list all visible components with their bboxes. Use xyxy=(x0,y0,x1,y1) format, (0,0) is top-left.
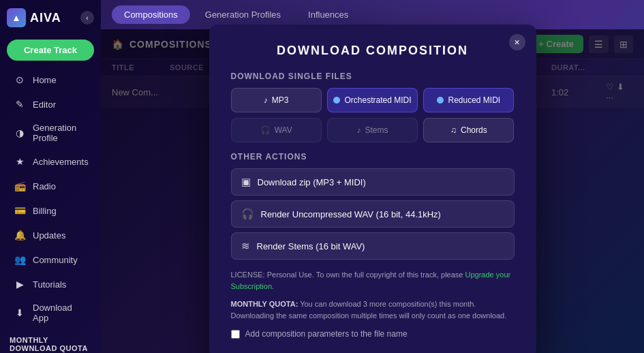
download-modal: × DOWNLOAD COMPOSITION DOWNLOAD SINGLE F… xyxy=(209,25,536,353)
chords-label: Chords xyxy=(461,125,487,135)
download-orchestrated-midi-button[interactable]: Orchestrated MIDI xyxy=(327,88,418,112)
render-stems-label: Render Stems (16 bit WAV) xyxy=(257,241,365,251)
other-actions-section: OTHER ACTIONS ▣ Download zip (MP3 + MIDI… xyxy=(231,152,515,260)
quota-title: MONTHLY DOWNLOAD QUOTA xyxy=(10,336,91,352)
orchestrated-midi-label: Orchestrated MIDI xyxy=(344,95,411,105)
sidebar-item-label: Updates xyxy=(33,230,65,241)
create-track-button[interactable]: Create Track xyxy=(7,40,94,61)
tab-influences[interactable]: Influences xyxy=(296,5,361,24)
mp3-label: MP3 xyxy=(272,95,289,105)
checkbox-label: Add composition parameters to the file n… xyxy=(245,329,408,339)
download-app-icon: ⬇ xyxy=(14,307,26,319)
add-params-checkbox[interactable] xyxy=(231,330,240,339)
sidebar-item-tutorials[interactable]: ▶ Tutorials xyxy=(4,273,97,296)
tab-compositions[interactable]: Compositions xyxy=(112,5,190,24)
sidebar-item-label: Billing xyxy=(33,206,57,216)
sidebar-item-community[interactable]: 👥 Community xyxy=(4,248,97,271)
editor-icon: ✎ xyxy=(14,98,26,110)
generation-profile-icon: ◑ xyxy=(14,127,26,139)
radio-icon: 📻 xyxy=(14,180,26,192)
updates-icon: 🔔 xyxy=(14,229,26,241)
sidebar-item-label: Editor xyxy=(33,99,56,110)
mp3-icon: ♪ xyxy=(264,95,268,105)
checkbox-row: Add composition parameters to the file n… xyxy=(231,329,515,339)
orchestrated-midi-radio xyxy=(333,97,340,104)
render-stems-button[interactable]: ≋ Render Stems (16 bit WAV) xyxy=(231,232,515,260)
sidebar-item-label: Download App xyxy=(33,303,87,323)
quota-bold: MONTHLY QUOTA: xyxy=(231,300,298,308)
achievements-icon: ★ xyxy=(14,155,26,168)
main-content: Compositions Generation Profiles Influen… xyxy=(101,0,644,353)
sidebar-item-radio[interactable]: 📻 Radio xyxy=(4,174,97,198)
section-single-label: DOWNLOAD SINGLE FILES xyxy=(231,72,515,81)
download-wav-button[interactable]: 🎧 WAV xyxy=(231,118,322,142)
modal-title: DOWNLOAD COMPOSITION xyxy=(231,44,515,58)
section-other-label: OTHER ACTIONS xyxy=(231,152,515,162)
top-nav-tabs: Compositions Generation Profiles Influen… xyxy=(112,5,361,24)
sidebar-quota: MONTHLY DOWNLOAD QUOTA 3 monthly downloa… xyxy=(0,329,101,353)
chords-icon: ♫ xyxy=(450,125,457,135)
logo-text: AIVA xyxy=(30,11,61,25)
wav-label: WAV xyxy=(275,125,292,135)
sidebar-collapse-button[interactable]: ‹ xyxy=(80,11,94,25)
content-area: 🏠 COMPOSITIONS + Create ☰ ⊞ TITLE SOURCE… xyxy=(101,29,644,353)
single-files-grid: ♪ MP3 Orchestrated MIDI Reduced MIDI 🎧 W… xyxy=(231,88,515,142)
sidebar-item-label: Community xyxy=(33,255,78,265)
wav-icon: 🎧 xyxy=(260,125,271,135)
sidebar-item-editor[interactable]: ✎ Editor xyxy=(4,93,97,116)
sidebar-item-billing[interactable]: 💳 Billing xyxy=(4,199,97,222)
sidebar-header: ▲ AIVA ‹ xyxy=(0,0,101,35)
download-mp3-button[interactable]: ♪ MP3 xyxy=(231,88,322,112)
stems-label: Stems xyxy=(365,125,388,135)
sidebar-item-label: Tutorials xyxy=(33,279,66,290)
reduced-midi-label: Reduced MIDI xyxy=(448,95,500,105)
sidebar-item-label: Home xyxy=(33,75,57,85)
license-text: LICENSE: Personal Use. To own the full c… xyxy=(231,269,515,292)
zip-icon: ▣ xyxy=(241,176,251,188)
billing-icon: 💳 xyxy=(14,204,26,217)
sidebar-item-label: Generation Profile xyxy=(33,123,87,143)
render-stems-icon: ≋ xyxy=(241,240,250,252)
sidebar: ▲ AIVA ‹ Create Track ⊙ Home ✎ Editor ◑ … xyxy=(0,0,101,353)
sidebar-item-download-app[interactable]: ⬇ Download App xyxy=(4,297,97,328)
download-chords-button[interactable]: ♫ Chords xyxy=(423,118,514,142)
render-wav-label: Render Uncompressed WAV (16 bit, 44.1kHz… xyxy=(261,209,441,219)
aiva-logo-icon: ▲ xyxy=(7,8,26,27)
sidebar-item-label: Achievements xyxy=(33,157,89,167)
download-stems-button[interactable]: ♪ Stems xyxy=(327,118,418,142)
community-icon: 👥 xyxy=(14,254,26,266)
download-reduced-midi-button[interactable]: Reduced MIDI xyxy=(423,88,514,112)
reduced-midi-radio xyxy=(437,97,444,104)
stems-icon: ♪ xyxy=(356,125,361,135)
home-icon: ⊙ xyxy=(14,74,26,86)
sidebar-item-label: Radio xyxy=(33,181,56,191)
zip-label: Download zip (MP3 + MIDI) xyxy=(258,177,366,187)
tab-generation-profiles[interactable]: Generation Profiles xyxy=(193,5,293,24)
logo-area: ▲ AIVA xyxy=(7,8,61,27)
quota-text: MONTHLY QUOTA: You can download 3 more c… xyxy=(231,298,515,321)
tutorials-icon: ▶ xyxy=(14,278,26,290)
modal-close-button[interactable]: × xyxy=(509,34,525,50)
render-wav-icon: 🎧 xyxy=(241,208,254,220)
sidebar-item-achievements[interactable]: ★ Achievements xyxy=(4,150,97,173)
sidebar-item-updates[interactable]: 🔔 Updates xyxy=(4,224,97,247)
download-zip-button[interactable]: ▣ Download zip (MP3 + MIDI) xyxy=(231,168,515,196)
sidebar-item-generation-profile[interactable]: ◑ Generation Profile xyxy=(4,117,97,149)
render-wav-button[interactable]: 🎧 Render Uncompressed WAV (16 bit, 44.1k… xyxy=(231,200,515,228)
modal-overlay: × DOWNLOAD COMPOSITION DOWNLOAD SINGLE F… xyxy=(101,29,644,353)
sidebar-item-home[interactable]: ⊙ Home xyxy=(4,68,97,91)
